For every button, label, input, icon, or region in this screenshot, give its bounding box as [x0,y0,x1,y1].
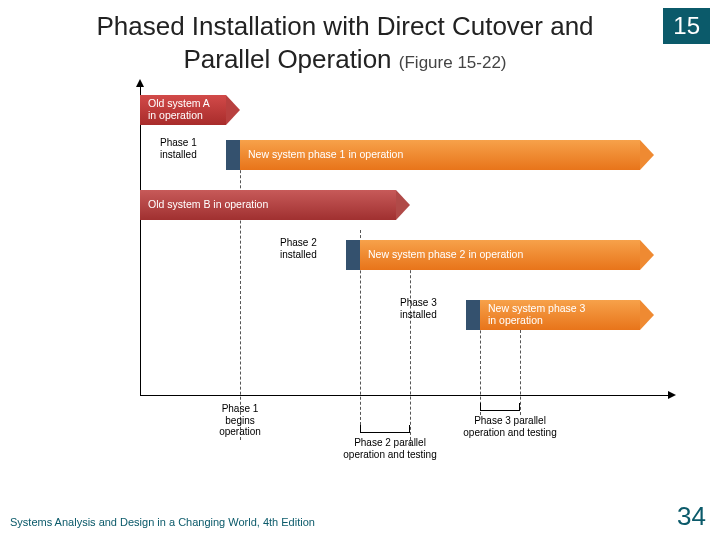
phase1-installed-label: Phase 1 installed [160,137,226,160]
new-phase2-bar: New system phase 2 in operation [360,240,640,270]
phase2-install-stub [346,240,360,270]
slide-title: Phased Installation with Direct Cutover … [30,10,660,75]
phase3-parallel-annot: Phase 3 parallel operation and testing [450,415,570,438]
footer-page: 34 [677,501,706,532]
old-system-a-bar: Old system A in operation [140,95,226,125]
chapter-badge: 15 [663,8,710,44]
timeline-diagram: Old system A in operation New system pha… [100,85,680,455]
footer-source: Systems Analysis and Design in a Changin… [10,516,315,528]
phase1-begins-annot: Phase 1 begins operation [210,403,270,438]
title-line1: Phased Installation with Direct Cutover … [96,11,593,41]
phase3-end-line [520,330,521,415]
time-axis [140,395,670,396]
phase3-install-stub [466,300,480,330]
phase2-brace [360,425,410,433]
new-phase1-bar: New system phase 1 in operation [240,140,640,170]
phase3-brace [480,403,520,411]
old-system-b-bar: Old system B in operation [140,190,396,220]
phase2-parallel-annot: Phase 2 parallel operation and testing [330,437,450,460]
phase1-install-stub [226,140,240,170]
figure-ref: (Figure 15-22) [399,53,507,72]
phase2-end-line [410,250,411,445]
vertical-axis [140,85,141,395]
phase3-installed-label: Phase 3 installed [400,297,466,320]
phase1-cutline [240,140,241,440]
phase2-installed-label: Phase 2 installed [280,237,346,260]
title-line2: Parallel Operation [183,44,391,74]
new-phase3-bar: New system phase 3 in operation [480,300,640,330]
